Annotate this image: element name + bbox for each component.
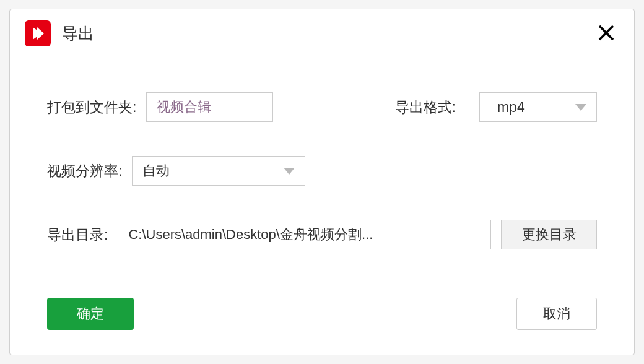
ok-button[interactable]: 确定 <box>47 298 134 330</box>
export-dialog: 导出 打包到文件夹: 导出格式: mp4 视频分辨率: 自动 <box>9 9 635 355</box>
folder-label: 打包到文件夹: <box>47 98 136 117</box>
titlebar: 导出 <box>10 9 634 58</box>
close-icon[interactable] <box>593 23 619 44</box>
resolution-value: 自动 <box>142 162 170 180</box>
format-label: 导出格式: <box>395 98 456 117</box>
chevron-down-icon <box>575 104 586 111</box>
dialog-title: 导出 <box>62 23 94 45</box>
dialog-footer: 确定 取消 <box>10 298 634 355</box>
dialog-content: 打包到文件夹: 导出格式: mp4 视频分辨率: 自动 导出目录: C:\Use… <box>10 58 634 298</box>
row-resolution: 视频分辨率: 自动 <box>47 156 597 186</box>
app-icon <box>25 20 51 46</box>
resolution-dropdown[interactable]: 自动 <box>132 156 305 186</box>
cancel-button[interactable]: 取消 <box>516 298 597 330</box>
resolution-label: 视频分辨率: <box>47 162 122 181</box>
title-left: 导出 <box>25 20 94 46</box>
row-export-path: 导出目录: C:\Users\admin\Desktop\金舟视频分割... 更… <box>47 220 597 249</box>
format-value: mp4 <box>497 99 525 116</box>
row-folder-format: 打包到文件夹: 导出格式: mp4 <box>47 92 597 122</box>
format-dropdown[interactable]: mp4 <box>479 92 597 122</box>
change-directory-button[interactable]: 更换目录 <box>501 220 597 249</box>
path-label: 导出目录: <box>47 225 108 245</box>
path-display: C:\Users\admin\Desktop\金舟视频分割... <box>118 220 491 249</box>
chevron-down-icon <box>284 168 295 175</box>
folder-input[interactable] <box>146 92 273 122</box>
